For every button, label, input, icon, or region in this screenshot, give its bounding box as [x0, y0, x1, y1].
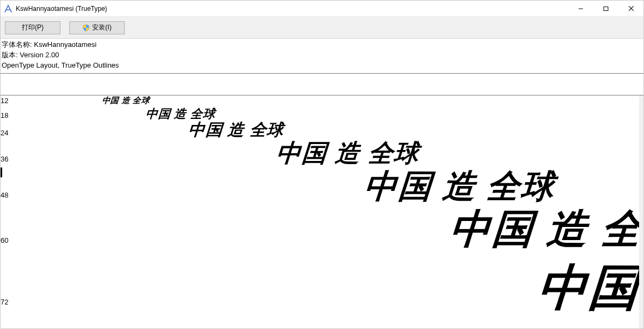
sample-text: 中国 造 全球 — [536, 255, 643, 321]
preview-row: 18中国 造 全球 — [1, 106, 643, 119]
install-button[interactable]: 安装(I) — [69, 21, 125, 34]
spacer-band — [1, 74, 643, 95]
preview-area: 12中国 造 全球18中国 造 全球24中国 造 全球36中国 造 全球48中国… — [1, 95, 643, 328]
size-label: 36 — [1, 155, 11, 163]
font-version-value: Version 2.00 — [20, 51, 59, 59]
app-icon — [4, 4, 13, 13]
sample-text: 中国 造 全球 — [448, 202, 643, 257]
print-button-label: 打印(P) — [22, 23, 44, 32]
font-layout-line: OpenType Layout, TrueType Outlines — [2, 61, 642, 71]
preview-row: 48中国 造 全球 — [1, 165, 643, 202]
preview-row: 24中国 造 全球 — [1, 119, 643, 137]
vertical-scrollbar[interactable] — [639, 95, 643, 328]
sample-text: 中国 造 全球 — [101, 95, 150, 106]
window-controls — [568, 1, 643, 16]
install-button-label: 安装(I) — [92, 23, 111, 32]
size-label: 24 — [1, 129, 11, 137]
size-label: 72 — [1, 298, 11, 306]
text-caret — [1, 168, 2, 177]
size-label: 60 — [1, 236, 11, 244]
print-button[interactable]: 打印(P) — [5, 21, 60, 34]
font-name-value: KswHannyaotamesi — [34, 40, 96, 49]
font-info: 字体名称: KswHannyaotamesi 版本: Version 2.00 … — [1, 39, 643, 74]
font-name-line: 字体名称: KswHannyaotamesi — [2, 40, 642, 50]
minimize-button[interactable] — [568, 1, 593, 16]
preview-row: 36中国 造 全球 — [1, 137, 643, 165]
font-viewer-window: KswHannyaotamesi (TrueType) 打印(P) — [0, 0, 644, 329]
font-version-line: 版本: Version 2.00 — [2, 50, 642, 61]
close-button[interactable] — [618, 1, 643, 16]
preview-row: 72中国 造 全球 — [1, 255, 643, 313]
maximize-button[interactable] — [593, 1, 618, 16]
size-label: 48 — [1, 191, 11, 199]
svg-rect-0 — [604, 7, 608, 10]
size-label: 18 — [1, 111, 11, 119]
toolbar: 打印(P) 安装(I) — [1, 17, 643, 39]
preview-row: 12中国 造 全球 — [1, 95, 643, 106]
size-label: 12 — [1, 97, 11, 105]
shield-icon — [82, 24, 90, 32]
font-version-label: 版本: — [2, 51, 18, 59]
preview-rows: 12中国 造 全球18中国 造 全球24中国 造 全球36中国 造 全球48中国… — [1, 95, 643, 313]
preview-row: 60中国 造 全球 — [1, 202, 643, 255]
window-title: KswHannyaotamesi (TrueType) — [16, 5, 107, 13]
font-name-label: 字体名称: — [2, 40, 32, 49]
titlebar: KswHannyaotamesi (TrueType) — [1, 1, 643, 17]
